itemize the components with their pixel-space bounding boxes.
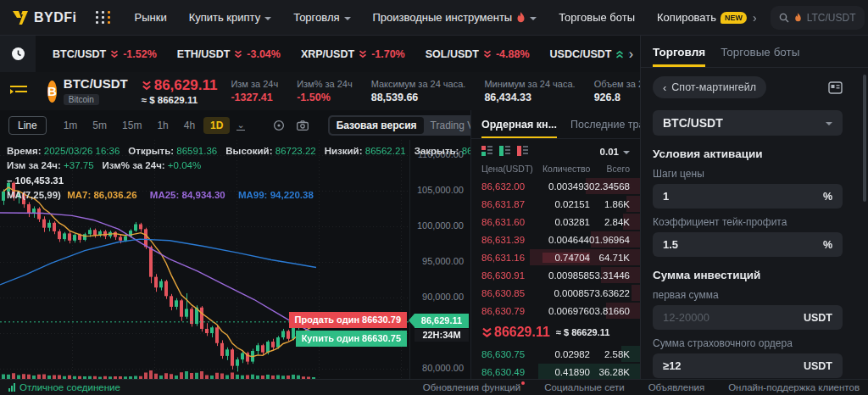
strategy-details-icon[interactable] [828,81,843,94]
pair-select-dropdown[interactable]: BTC/USDT [653,110,843,136]
ask-row[interactable]: 86,631.16 0.74704 64.71K [471,248,640,266]
sell-order-line-label[interactable]: Продать один 86630.79 [289,312,407,328]
chevron-right-icon: › [753,11,757,25]
recent-pairs-button[interactable] [0,36,36,72]
ask-row[interactable]: 86,631.39 0.00464 401.96964 [471,231,640,248]
chart-version-tab[interactable]: Базовая версия [330,117,424,134]
scrollbar-thumb[interactable] [863,75,866,202]
stat-label: Максимум за 24 часа. [371,79,466,89]
stat-label: Изм% за 24ч [297,79,353,89]
double-chevron-icon [234,50,242,58]
interval-button[interactable]: 1h [150,117,175,134]
double-chevron-icon [359,50,367,58]
nav-menu-item[interactable]: Купить крипту [189,11,272,24]
search-input[interactable]: LTC/USDT [771,6,865,30]
ticker-pair-item[interactable]: BTC/USDT -1.52% [53,48,157,60]
apps-grid-icon[interactable] [96,11,111,24]
section-investment-title: Сумма инвестиций [653,269,843,281]
last-price-usd: ≈ $ 86629.11 [142,95,218,105]
coin-name-badge: Bitcoin [64,94,99,105]
stat-value: 88,539.66 [371,92,466,103]
pair-block[interactable]: BTC/USDT Bitcoin [64,76,128,106]
chevron-left-icon: ‹ [663,81,666,94]
nav-menu-item[interactable]: Рынки [135,11,167,24]
col-total: Всего [590,164,630,174]
nav-menu-item-label: Копировать [657,11,716,24]
view-bids-icon[interactable] [499,146,510,157]
bid-qty: 0.41890 [542,367,590,377]
ask-row[interactable]: 86,630.79 0.00697 603.81660 [471,302,640,320]
indicator-settings-icon[interactable] [273,120,285,131]
nav-menu-item[interactable]: Торговля [293,11,350,24]
precision-dropdown[interactable]: 0.01 [600,147,630,157]
double-chevron-icon [110,50,119,58]
line-chart-type-button[interactable]: Line [8,116,47,135]
nav-menu-item[interactable]: Торговые боты [559,11,635,24]
screenshot-camera-icon[interactable] [297,120,309,131]
ask-total: 2.84K [590,217,630,227]
bot-panel-body: ‹ Спот-мартингейл BTC/USDT Условия актив… [641,68,868,379]
nav-menu-item-label: Торговля [293,11,339,24]
bot-panel-tab[interactable]: Торговые боты [721,46,799,67]
ticker-scroll-right-chevron[interactable]: › [629,47,640,62]
view-asks-icon[interactable] [517,146,528,157]
interval-button[interactable]: 1D [203,117,230,134]
ticker-change-label: -1.70% [371,48,405,60]
interval-button[interactable]: 1m [57,117,85,134]
nav-menu-item[interactable]: Производные инструменты [373,11,537,24]
buy-order-line-label[interactable]: Купить один 86630.75 [296,331,407,347]
main-menu: Рынки Купить крипту Торговля [135,11,757,25]
current-price-tag: 86,629.11 [415,314,469,328]
pair-list-toggle-icon[interactable] [10,84,27,99]
ask-total: 1.86K [590,199,630,209]
strategy-back-button[interactable]: ‹ Спот-мартингейл [653,76,766,98]
ask-row[interactable]: 86,632.00 0.00349 302.34568 [471,177,640,195]
field-suffix: USDT [804,312,832,324]
ticker-pair-label: ETH/USDT [177,48,231,60]
ask-row[interactable]: 86,631.87 0.02151 1.86K [471,195,640,213]
ticker-pair-item[interactable]: XRP/USDT -1.70% [301,48,405,60]
status-link[interactable]: Объявления [648,382,705,392]
view-both-icon[interactable] [481,146,492,157]
ask-qty: 0.03281 [542,217,590,227]
field-input[interactable]: 1.5 % [653,232,843,257]
ask-row[interactable]: 86,630.91 0.00985 853.31446 [471,266,640,284]
chart-toolbar: Line 1m5m15m1h4h1D ⌄ Базовая версияTradi… [0,110,470,140]
form-field: первая сумма 12-20000 USDT [653,289,843,330]
price-axis[interactable]: 110,000.00105,000.00100,000.0095,000.009… [409,140,470,379]
field-input[interactable]: 1 % [653,184,843,209]
ask-row[interactable]: 86,631.60 0.03281 2.84K [471,213,640,231]
ticker-pair-item[interactable]: ETH/USDT -3.04% [177,48,281,60]
interval-button[interactable]: 4h [177,117,202,134]
ticker-pair-item[interactable]: USDC/USDT 0.00% [550,48,629,60]
bydfi-trading-page: BYDFi Рынки Купить крипту [0,0,868,395]
ask-row[interactable]: 86,630.85 0.00085 73.63622 [471,284,640,302]
interval-button[interactable]: 15m [115,117,148,134]
stat-value: 86,434.33 [484,92,575,103]
nav-menu-item-label: Рынки [135,11,167,24]
bydfi-logo[interactable]: BYDFi [12,10,77,25]
status-link[interactable]: Социальные сети [544,382,624,392]
bid-price: 86,630.49 [481,367,542,377]
ask-price: 86,630.91 [481,270,539,281]
nav-menu-item[interactable]: Копировать NEW › [657,11,757,25]
ask-total: 603.81660 [584,306,630,316]
field-input[interactable]: ≥12 USDT [653,353,843,378]
bid-row[interactable]: 86,630.49 0.41890 36.28K [471,363,640,381]
bot-panel-tab[interactable]: Торговля [653,46,705,67]
price-block: 86,629.11 ≈ $ 86629.11 [142,77,218,105]
orderbook-tab[interactable]: Ордерная кн... [481,119,557,138]
interval-more-chevron[interactable]: ⌄ [236,120,244,131]
orderbook-controls: 0.01 [471,139,640,160]
status-bar: Отличное соединение Обновления функцийСо… [0,379,868,395]
bid-row[interactable]: 86,630.75 0.02982 2.58K [471,345,640,363]
chevron-down-icon [623,151,630,154]
status-link[interactable]: Онлайн-поддержка клиентов [728,382,860,392]
clock-icon [11,47,25,61]
ticker-pair-item[interactable]: SOL/USDT -4.88% [426,48,530,60]
status-link[interactable]: Обновления функций [423,382,520,392]
chevron-down-icon [826,122,832,125]
interval-button[interactable]: 5m [86,117,114,134]
field-suffix: % [823,191,832,203]
field-input[interactable]: 12-20000 USDT [653,305,843,330]
